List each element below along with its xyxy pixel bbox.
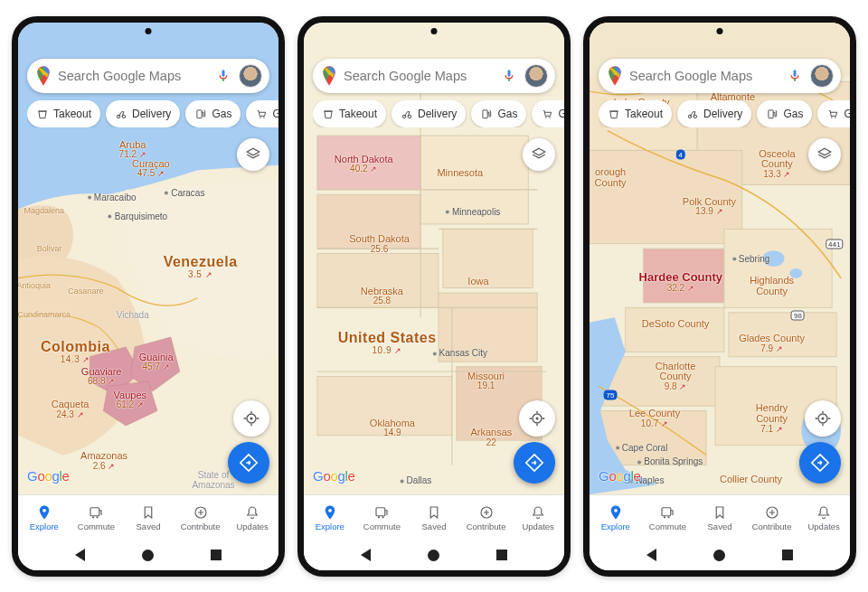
bookmark-icon bbox=[712, 504, 728, 521]
svg-rect-67 bbox=[794, 70, 797, 77]
search-bar[interactable]: Search Google Maps bbox=[27, 59, 269, 93]
region-label: Aruba71.2 ↗ bbox=[119, 140, 146, 160]
nav-saved[interactable]: Saved bbox=[693, 495, 746, 540]
nav-contribute[interactable]: Contribute bbox=[460, 495, 513, 540]
bell-icon bbox=[816, 504, 832, 521]
region-label: Missouri19.1 bbox=[467, 371, 505, 391]
recents-button[interactable] bbox=[496, 550, 507, 560]
region-label: Oklahoma14.9 bbox=[370, 418, 415, 438]
back-button[interactable] bbox=[75, 549, 85, 561]
region-label: Minnesota bbox=[437, 168, 483, 179]
google-maps-pin-icon bbox=[322, 66, 336, 86]
layers-button[interactable] bbox=[237, 138, 269, 171]
home-button[interactable] bbox=[428, 550, 439, 561]
cart-icon bbox=[255, 108, 268, 120]
profile-avatar[interactable] bbox=[524, 64, 548, 88]
search-bar[interactable]: Search Google Maps bbox=[313, 59, 555, 93]
layers-icon bbox=[245, 146, 261, 163]
bottom-nav: Explore Commute Saved Contribute Updates bbox=[18, 494, 278, 540]
svg-rect-77 bbox=[662, 507, 671, 515]
android-nav-bar bbox=[18, 540, 278, 570]
directions-button[interactable] bbox=[228, 442, 269, 484]
city-label: Dallas bbox=[400, 475, 431, 485]
nav-updates[interactable]: Updates bbox=[797, 495, 850, 540]
microphone-icon[interactable] bbox=[501, 68, 517, 84]
region-label: Collier County bbox=[720, 475, 782, 486]
search-input[interactable]: Search Google Maps bbox=[58, 69, 208, 83]
nav-contribute[interactable]: Contribute bbox=[746, 495, 798, 540]
search-input[interactable]: Search Google Maps bbox=[629, 69, 779, 83]
category-chips: Takeout Delivery Gas G bbox=[599, 100, 850, 127]
layers-icon bbox=[531, 146, 547, 163]
city-label: Sebring bbox=[732, 254, 769, 264]
nav-explore[interactable]: Explore bbox=[590, 495, 642, 540]
bookmark-icon bbox=[140, 504, 156, 521]
gas-icon bbox=[766, 108, 778, 120]
plus-circle-icon bbox=[764, 504, 780, 521]
home-button[interactable] bbox=[142, 550, 154, 561]
nav-saved[interactable]: Saved bbox=[122, 495, 175, 540]
map-canvas-3[interactable]: Lake County11.5AltamonteSpringsOsceolaCo… bbox=[590, 23, 850, 494]
nav-updates[interactable]: Updates bbox=[512, 495, 564, 540]
map-canvas-2[interactable]: North Dakota40.2 ↗MinnesotaSouth Dakota2… bbox=[304, 23, 564, 494]
my-location-button[interactable] bbox=[519, 400, 555, 437]
svg-point-42 bbox=[550, 117, 552, 118]
layers-button[interactable] bbox=[523, 138, 555, 171]
chip-takeout[interactable]: Takeout bbox=[313, 100, 386, 127]
camera-notch bbox=[146, 28, 152, 34]
google-logo: Google bbox=[27, 468, 70, 484]
chip-more[interactable]: G bbox=[246, 100, 278, 127]
region-label: HendryCounty7.1 ↗ bbox=[756, 404, 788, 435]
chip-more[interactable]: G bbox=[817, 100, 850, 127]
search-bar[interactable]: Search Google Maps bbox=[599, 59, 841, 93]
nav-commute[interactable]: Commute bbox=[356, 495, 409, 540]
region-label: Curaçao47.5 ↗ bbox=[132, 159, 170, 179]
chip-more[interactable]: G bbox=[532, 100, 564, 127]
google-logo: Google bbox=[313, 468, 355, 484]
nav-explore[interactable]: Explore bbox=[18, 495, 71, 540]
explore-pin-icon bbox=[608, 504, 624, 521]
chip-gas[interactable]: Gas bbox=[757, 100, 812, 127]
my-location-button[interactable] bbox=[233, 400, 269, 437]
map-canvas-1[interactable]: Aruba71.2 ↗Curaçao47.5 ↗Venezuela3.5 ↗Co… bbox=[18, 23, 278, 494]
directions-button[interactable] bbox=[514, 442, 555, 484]
nav-commute[interactable]: Commute bbox=[642, 495, 694, 540]
directions-button[interactable] bbox=[799, 442, 841, 484]
chip-delivery[interactable]: Delivery bbox=[392, 100, 466, 127]
svg-rect-40 bbox=[483, 110, 487, 118]
nav-saved[interactable]: Saved bbox=[408, 495, 460, 540]
layers-button[interactable] bbox=[808, 138, 841, 171]
region-label: Glades County7.9 ↗ bbox=[739, 334, 805, 353]
microphone-icon[interactable] bbox=[215, 68, 231, 84]
chip-gas[interactable]: Gas bbox=[471, 100, 526, 127]
recents-button[interactable] bbox=[782, 550, 793, 560]
android-nav-bar bbox=[304, 540, 564, 570]
nav-explore[interactable]: Explore bbox=[304, 495, 356, 540]
svg-point-48 bbox=[382, 516, 384, 518]
nav-commute[interactable]: Commute bbox=[71, 495, 123, 540]
chip-takeout[interactable]: Takeout bbox=[599, 100, 672, 127]
google-maps-pin-icon bbox=[36, 66, 51, 86]
nav-contribute[interactable]: Contribute bbox=[175, 495, 227, 540]
my-location-button[interactable] bbox=[805, 400, 841, 437]
profile-avatar[interactable] bbox=[239, 64, 262, 88]
profile-avatar[interactable] bbox=[810, 64, 834, 88]
svg-point-73 bbox=[835, 117, 837, 118]
chip-gas[interactable]: Gas bbox=[185, 100, 241, 127]
chip-delivery[interactable]: Delivery bbox=[106, 100, 180, 127]
nav-updates[interactable]: Updates bbox=[226, 495, 278, 540]
gas-icon bbox=[480, 108, 493, 120]
search-input[interactable]: Search Google Maps bbox=[344, 69, 494, 83]
home-button[interactable] bbox=[713, 550, 725, 561]
delivery-icon bbox=[686, 108, 699, 120]
recents-button[interactable] bbox=[211, 550, 222, 560]
chip-takeout[interactable]: Takeout bbox=[27, 100, 100, 127]
back-button[interactable] bbox=[646, 549, 656, 561]
region-label: Nebraska25.8 bbox=[361, 287, 403, 306]
chip-delivery[interactable]: Delivery bbox=[677, 100, 751, 127]
region-label: Caqueta24.3 ↗ bbox=[52, 399, 90, 419]
bell-icon bbox=[244, 504, 260, 521]
back-button[interactable] bbox=[361, 549, 371, 561]
road-shield: 75 bbox=[604, 390, 618, 400]
microphone-icon[interactable] bbox=[787, 68, 803, 84]
